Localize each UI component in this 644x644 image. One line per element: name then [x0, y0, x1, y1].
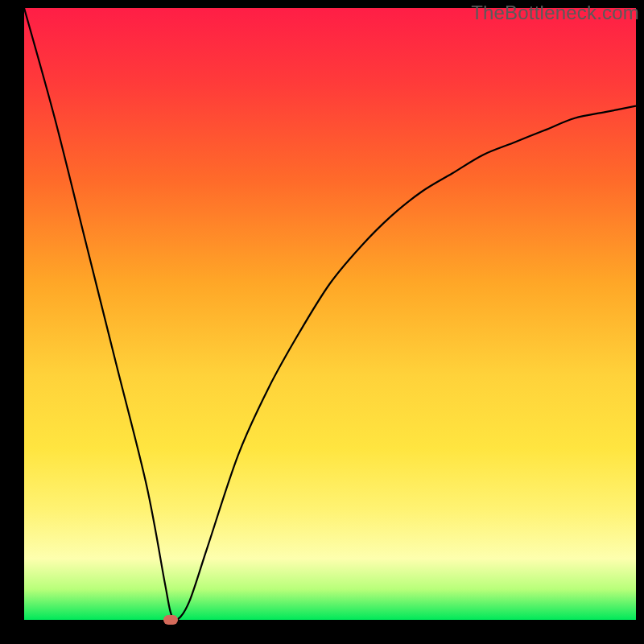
watermark-text: TheBottleneck.com	[471, 2, 639, 24]
curve-path	[24, 8, 636, 620]
plot-area	[24, 8, 636, 620]
bottleneck-curve	[24, 8, 636, 620]
chart-frame: TheBottleneck.com	[0, 0, 644, 644]
optimum-marker	[163, 615, 178, 625]
